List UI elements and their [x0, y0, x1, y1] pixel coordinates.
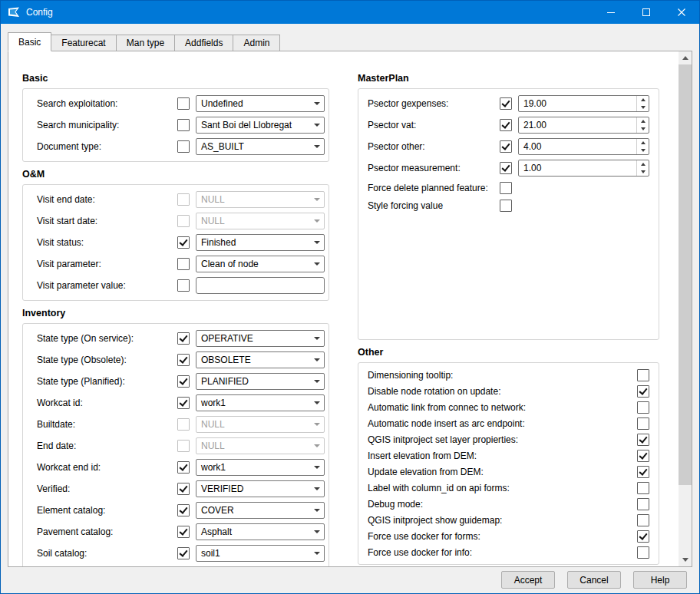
dropdown[interactable]: NULL: [196, 213, 325, 229]
checkbox-unchecked[interactable]: [637, 401, 649, 414]
checkbox-checked[interactable]: [637, 530, 649, 543]
checkbox-unchecked[interactable]: [177, 140, 190, 153]
checkbox-unchecked[interactable]: [177, 440, 190, 452]
checkbox-checked[interactable]: [177, 461, 190, 474]
field-row: State type (On service):OPERATIVE: [37, 328, 325, 349]
checkbox-unchecked[interactable]: [177, 215, 190, 227]
dropdown[interactable]: Sant Boi del Llobregat: [196, 117, 325, 134]
group-title-om: O&M: [22, 169, 329, 180]
dropdown[interactable]: AS_BUILT: [196, 138, 325, 155]
field-row: Automatic node insert as arc endpoint:: [368, 415, 649, 431]
checkbox-unchecked[interactable]: [500, 182, 512, 194]
spin-up-button[interactable]: [637, 117, 649, 125]
spinbox[interactable]: 1.00: [518, 160, 649, 177]
checkbox-checked[interactable]: [177, 547, 190, 559]
checkbox-checked[interactable]: [177, 375, 190, 388]
field-row: Force use docker for forms:: [368, 528, 649, 544]
checkbox-unchecked[interactable]: [637, 482, 649, 494]
checkbox-checked[interactable]: [177, 504, 190, 516]
dropdown[interactable]: Asphalt: [196, 523, 325, 540]
checkbox-unchecked[interactable]: [177, 258, 190, 270]
spinbox[interactable]: 4.00: [518, 138, 649, 155]
checkbox-checked[interactable]: [177, 397, 190, 409]
tab-man-type[interactable]: Man type: [116, 35, 175, 51]
help-button[interactable]: Help: [633, 571, 687, 589]
dropdown[interactable]: OPERATIVE: [196, 330, 325, 347]
tab-admin[interactable]: Admin: [233, 35, 280, 51]
spin-up-button[interactable]: [637, 160, 649, 168]
dropdown-value: work1: [196, 398, 309, 408]
checkbox-checked[interactable]: [500, 97, 512, 110]
checkbox-checked[interactable]: [637, 450, 649, 462]
checkbox-checked[interactable]: [177, 483, 190, 495]
checkbox-checked[interactable]: [637, 466, 649, 478]
cancel-button[interactable]: Cancel: [567, 571, 621, 589]
spin-up-button[interactable]: [637, 96, 649, 104]
chevron-down-icon: [309, 546, 324, 561]
checkbox-unchecked[interactable]: [637, 417, 649, 430]
field-row: Workcat end id:work1: [37, 457, 325, 478]
dropdown[interactable]: OBSOLETE: [196, 351, 325, 368]
spinbox[interactable]: 21.00: [518, 117, 649, 134]
dropdown[interactable]: Undefined: [196, 95, 325, 112]
field-row: Visit parameter:Clean of node: [37, 253, 325, 275]
checkbox-unchecked[interactable]: [177, 119, 190, 131]
checkbox-checked[interactable]: [177, 236, 190, 249]
dropdown[interactable]: PLANIFIED: [196, 373, 325, 390]
spin-down-button[interactable]: [637, 104, 649, 111]
spin-down-button[interactable]: [637, 147, 649, 154]
tab-addfields[interactable]: Addfields: [174, 35, 233, 51]
scroll-down-button[interactable]: [679, 553, 692, 566]
checkbox-unchecked[interactable]: [177, 97, 190, 110]
dropdown[interactable]: NULL: [196, 437, 325, 454]
accept-button[interactable]: Accept: [501, 571, 555, 589]
checkbox-checked[interactable]: [500, 119, 512, 131]
checkbox-checked[interactable]: [637, 385, 649, 398]
dropdown[interactable]: work1: [196, 459, 325, 476]
checkbox-checked[interactable]: [177, 526, 190, 538]
text-input[interactable]: [196, 277, 325, 294]
scroll-up-button[interactable]: [679, 51, 692, 64]
dropdown-value: PLANIFIED: [196, 376, 309, 387]
group-masterplan: MasterPlanPsector gexpenses:19.00Psector…: [358, 73, 659, 340]
dropdown[interactable]: COVER: [196, 502, 325, 519]
checkbox-checked[interactable]: [177, 332, 190, 345]
checkbox-unchecked[interactable]: [637, 498, 649, 510]
tab-featurecat[interactable]: Featurecat: [51, 35, 116, 51]
scrollbar-thumb[interactable]: [679, 64, 692, 485]
checkbox-unchecked[interactable]: [500, 200, 512, 212]
spinbox[interactable]: 19.00: [518, 95, 649, 112]
dropdown[interactable]: NULL: [196, 191, 325, 208]
checkbox-checked[interactable]: [177, 354, 190, 366]
dropdown[interactable]: soil1: [196, 545, 325, 562]
checkbox-checked[interactable]: [500, 140, 512, 153]
checkbox-unchecked[interactable]: [177, 279, 190, 292]
dropdown[interactable]: work1: [196, 394, 325, 411]
dropdown[interactable]: VERIFIED: [196, 480, 325, 497]
close-button[interactable]: [664, 1, 699, 24]
field-row: Dimensioning tooltip:: [368, 367, 649, 383]
maximize-button[interactable]: [629, 1, 664, 24]
vertical-scrollbar[interactable]: [679, 51, 692, 566]
checkbox-unchecked[interactable]: [177, 193, 190, 206]
minimize-button[interactable]: [593, 1, 629, 24]
tab-basic[interactable]: Basic: [8, 32, 51, 51]
spin-up-button[interactable]: [637, 139, 649, 147]
checkbox-unchecked[interactable]: [637, 369, 649, 381]
field-label: Visit parameter:: [37, 259, 101, 269]
spin-down-button[interactable]: [637, 168, 649, 176]
field-row: Force use docker for info:: [368, 544, 649, 560]
checkbox-checked[interactable]: [637, 434, 649, 446]
field-label: Insert elevation from DEM:: [368, 450, 477, 461]
scrollbar-track[interactable]: [679, 64, 692, 553]
dropdown[interactable]: NULL: [196, 416, 325, 433]
dropdown[interactable]: Clean of node: [196, 256, 325, 272]
dropdown[interactable]: Finished: [196, 234, 325, 251]
checkbox-checked[interactable]: [500, 162, 512, 174]
checkbox-unchecked[interactable]: [637, 514, 649, 526]
checkbox-unchecked[interactable]: [637, 546, 649, 559]
spin-down-button[interactable]: [637, 125, 649, 133]
checkbox-unchecked[interactable]: [177, 418, 190, 431]
field-row: Pavement catalog:Asphalt: [37, 521, 325, 543]
dropdown-value: NULL: [196, 216, 309, 226]
